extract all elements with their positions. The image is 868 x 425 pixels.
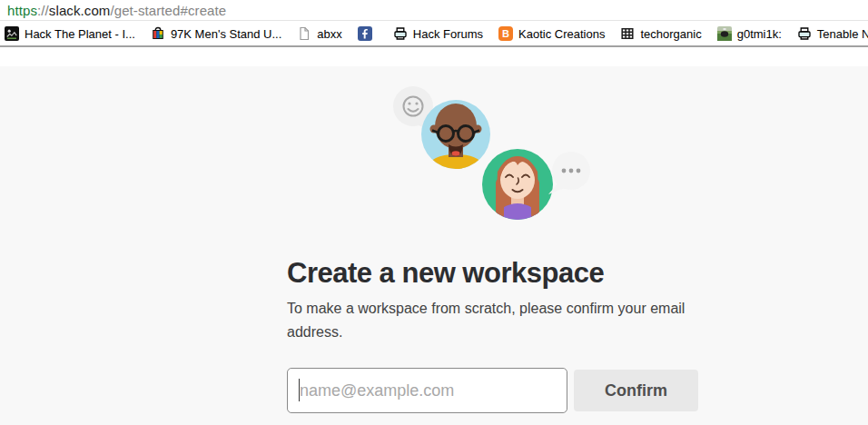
bookmark-label: abxx — [317, 27, 341, 41]
url-host: slack.com — [49, 3, 111, 18]
url-separator: :// — [37, 3, 49, 18]
blogger-letter: B — [498, 26, 513, 41]
bookmark-tenable-nessus[interactable]: Tenable Nessus Vul. — [797, 26, 868, 41]
page-top-strip — [0, 47, 868, 66]
bookmark-abxx[interactable]: abxx — [297, 26, 341, 41]
woman-avatar — [482, 149, 553, 232]
bookmark-facebook[interactable] — [358, 26, 378, 41]
bookmark-label: Tenable Nessus Vul. — [817, 27, 868, 41]
ellipsis-bubble-icon — [548, 152, 590, 194]
bookmark-g0tmi1k[interactable]: g0tmi1k: — [717, 26, 782, 41]
bookmark-97k-mens-stand[interactable]: 97K Men's Stand U... — [151, 26, 281, 41]
bookmark-hack-forums[interactable]: Hack Forums — [393, 26, 483, 41]
page-icon — [297, 26, 311, 41]
url-path: /get-started#create — [110, 3, 226, 18]
blogger-icon: B — [498, 26, 513, 41]
bookmark-hack-the-planet[interactable]: Hack The Planet - I... — [5, 26, 135, 41]
grid-icon — [620, 26, 635, 41]
page-title: Create a new workspace — [287, 257, 604, 290]
bookmark-kaotic-creations[interactable]: B Kaotic Creations — [498, 26, 605, 41]
bookmark-label: techorganic — [640, 27, 701, 41]
bookmark-label: 97K Men's Stand U... — [171, 27, 281, 41]
bookmark-label: Hack The Planet - I... — [25, 27, 135, 41]
site-thumbnail-icon — [5, 26, 19, 41]
photo-icon — [717, 26, 732, 41]
bookmark-label: g0tmi1k: — [737, 27, 782, 41]
confirm-button[interactable]: Confirm — [574, 370, 698, 411]
shopping-bag-icon — [151, 26, 165, 41]
printer-icon — [393, 26, 408, 41]
page-description: To make a workspace from scratch, please… — [287, 297, 695, 344]
bookmark-label: Hack Forums — [413, 27, 483, 41]
email-input[interactable] — [287, 368, 567, 413]
text-caret — [299, 379, 300, 401]
man-avatar — [421, 100, 490, 170]
bookmark-techorganic[interactable]: techorganic — [620, 26, 701, 41]
bookmarks-bar: Hack The Planet - I... 97K Men's Stand U… — [0, 22, 868, 47]
printer-icon — [797, 26, 812, 41]
facebook-icon — [358, 26, 372, 41]
address-bar[interactable]: https://slack.com/get-started#create — [0, 0, 868, 21]
url-scheme: https — [7, 3, 37, 18]
bookmark-label: Kaotic Creations — [518, 27, 605, 41]
workspace-avatars-illustration — [381, 77, 599, 232]
